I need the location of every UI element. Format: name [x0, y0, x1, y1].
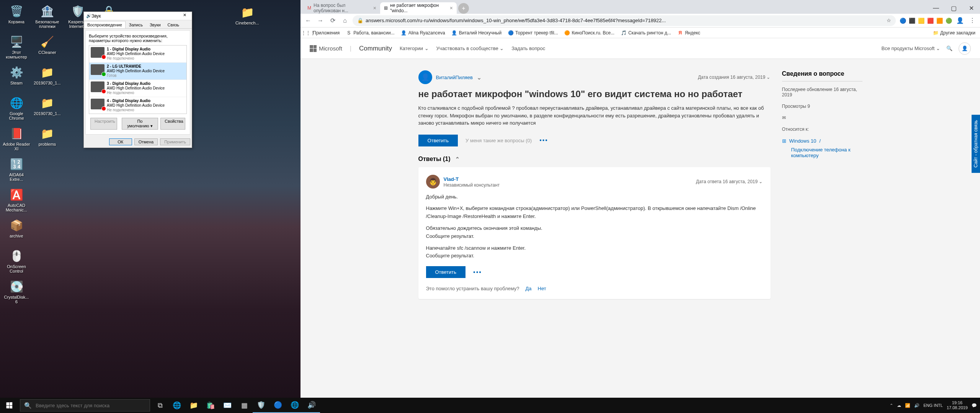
reply-button[interactable]: Ответить: [418, 135, 458, 146]
new-tab-button[interactable]: +: [458, 3, 469, 14]
bookmark-item[interactable]: 🔵Торрент трекер tfil...: [508, 30, 558, 36]
desktop-icon-this-pc[interactable]: 🖥️Этот компьютер: [2, 33, 31, 62]
ext-icon[interactable]: ⬛: [908, 17, 916, 24]
ok-button[interactable]: ОК: [109, 138, 132, 145]
taskbar-app[interactable]: ▦: [236, 398, 253, 413]
desktop-icon-onscreen[interactable]: 🖱️OnScreen Control: [2, 247, 31, 276]
close-tab-icon[interactable]: ×: [373, 5, 376, 11]
other-bookmarks[interactable]: 📁Другие закладки: [933, 30, 975, 36]
desktop-icon-chrome[interactable]: 🌐Google Chrome: [2, 94, 31, 124]
taskbar-kaspersky[interactable]: 🛡️: [253, 398, 270, 413]
sidebar-link-phone[interactable]: Подключение телефона к компьютеру: [782, 147, 862, 158]
desktop-icon-cinebench[interactable]: 📁Cinebench...: [233, 4, 262, 33]
default-button[interactable]: По умолчанию ▾: [122, 118, 158, 130]
device-item[interactable]: 2 - LG ULTRAWIDEAMD High Definition Audi…: [89, 63, 186, 80]
close-window-button[interactable]: ✕: [962, 2, 980, 14]
products-dropdown[interactable]: Все продукты Microsoft ⌄: [882, 46, 940, 51]
bookmark-item[interactable]: SРабота, вакансии...: [346, 30, 394, 36]
minimize-button[interactable]: —: [927, 2, 945, 14]
close-button[interactable]: ✕: [180, 13, 189, 20]
address-bar[interactable]: 🔒 answers.microsoft.com/ru-ru/windows/fo…: [353, 15, 896, 26]
sidebar-link-win10[interactable]: ⊞Windows 10 /: [782, 138, 862, 144]
desktop-icon-safe-payments[interactable]: 🏦Безопасные платежи: [33, 3, 62, 32]
apply-button[interactable]: Применить: [160, 138, 190, 145]
desktop-icon-folder-1[interactable]: 📁20190730_1...: [33, 64, 62, 93]
feedback-tab[interactable]: Сайт - обратная связь: [972, 115, 980, 173]
answer-more-actions[interactable]: •••: [473, 269, 482, 276]
tray-notifications-icon[interactable]: 💬: [972, 403, 977, 408]
browser-tab-gmail[interactable]: MНа вопрос был опубликован н...×: [304, 2, 380, 14]
close-tab-icon[interactable]: ×: [450, 5, 453, 11]
nav-ask[interactable]: Задать вопрос: [511, 46, 545, 51]
desktop-icon-ccleaner[interactable]: 🧹CCleaner: [33, 33, 62, 62]
browser-tab-ms[interactable]: ⊞не работает микрофон "windo...×: [380, 2, 457, 14]
taskbar-chrome[interactable]: 🌐: [286, 398, 303, 413]
sidebar-mail[interactable]: ✉: [782, 115, 862, 120]
tab-sounds[interactable]: Звуки: [146, 21, 164, 28]
tray-clock[interactable]: 19:1617.08.2019: [947, 400, 968, 410]
search-icon[interactable]: 🔍: [946, 46, 952, 51]
reload-button[interactable]: ⟳: [328, 16, 337, 25]
bookmark-item[interactable]: ЯЯндекс: [677, 30, 700, 36]
tab-playback[interactable]: Воспроизведение: [84, 21, 126, 28]
collapse-icon[interactable]: ⌃: [455, 156, 460, 162]
desktop-icon-autocad[interactable]: 🅰️AutoCAD Mechanic...: [2, 186, 31, 215]
start-button[interactable]: [0, 398, 18, 413]
more-actions[interactable]: •••: [539, 137, 548, 144]
desktop-icon-aida64[interactable]: 🔢AIDA64 Extre...: [2, 156, 31, 185]
tray-volume-icon[interactable]: 🔊: [914, 403, 920, 408]
tray-onedrive-icon[interactable]: ☁: [897, 403, 901, 408]
profile-icon[interactable]: 👤: [956, 16, 965, 25]
desktop-icon-archive[interactable]: 📦archive: [2, 217, 31, 246]
ext-icon[interactable]: 🟥: [926, 17, 934, 24]
answer-author[interactable]: Vlad-T: [444, 176, 459, 182]
forward-button[interactable]: →: [316, 16, 325, 25]
microsoft-logo[interactable]: Microsoft: [310, 45, 342, 52]
search-input[interactable]: [36, 403, 146, 408]
helpful-yes[interactable]: Да: [526, 286, 532, 291]
bookmark-item[interactable]: 🟠КиноПоиск.ru. Все...: [564, 30, 615, 36]
device-item[interactable]: 4 - Digital Display AudioAMD High Defini…: [89, 97, 186, 114]
task-view-button[interactable]: ⧉: [152, 398, 168, 413]
taskbar-sound[interactable]: 🔊: [303, 398, 320, 413]
taskbar-explorer[interactable]: 📁: [185, 398, 202, 413]
helpful-no[interactable]: Нет: [538, 286, 546, 291]
dialog-titlebar[interactable]: 🔊 Звук ✕: [84, 12, 192, 20]
desktop-icon-folder-2[interactable]: 📁20190730_1...: [33, 94, 62, 124]
same-question-link[interactable]: У меня такие же вопросы (0): [466, 138, 532, 143]
device-item[interactable]: 3 - Digital Display AudioAMD High Defini…: [89, 80, 186, 97]
bookmark-item[interactable]: 🎵Скачать рингтон д...: [621, 30, 671, 36]
community-link[interactable]: Community: [359, 45, 392, 52]
cancel-button[interactable]: Отмена: [134, 138, 158, 145]
tray-chevron[interactable]: ⌃: [890, 403, 893, 408]
bookmark-apps[interactable]: ⋮⋮⋮Приложения: [305, 30, 340, 36]
ext-icon[interactable]: 🟧: [936, 17, 943, 24]
desktop-icon-problems[interactable]: 📁problems: [33, 125, 62, 154]
nav-participate[interactable]: Участвовать в сообществе ⌄: [436, 46, 504, 51]
device-list[interactable]: 1 - Digital Display AudioAMD High Defini…: [89, 45, 187, 114]
user-avatar[interactable]: 👤: [959, 42, 971, 55]
home-button[interactable]: ⌂: [340, 16, 350, 25]
desktop-icon-adobe-reader[interactable]: 📕Adobe Reader XI: [2, 125, 31, 154]
bookmark-item[interactable]: 👤Alina Ryazanceva: [401, 30, 445, 36]
star-icon[interactable]: ☆: [887, 18, 891, 23]
device-item[interactable]: 1 - Digital Display AudioAMD High Defini…: [89, 46, 186, 63]
configure-button[interactable]: Настроить: [90, 118, 117, 130]
taskbar-mail[interactable]: ✉️: [219, 398, 236, 413]
desktop-icon-steam[interactable]: ⚙️Steam: [2, 64, 31, 93]
answer-avatar[interactable]: 👨: [426, 175, 440, 189]
properties-button[interactable]: Свойства: [160, 118, 185, 130]
back-button[interactable]: ←: [304, 16, 313, 25]
ext-icon[interactable]: 🟨: [917, 17, 925, 24]
answer-reply-button[interactable]: Ответить: [426, 266, 466, 278]
tab-communications[interactable]: Связь: [164, 21, 183, 28]
bookmark-item[interactable]: 👤Виталий Нескучный: [451, 30, 501, 36]
tray-network-icon[interactable]: 📶: [905, 403, 910, 408]
taskbar-store[interactable]: 🛍️: [202, 398, 219, 413]
tab-recording[interactable]: Запись: [126, 21, 146, 28]
taskbar-edge[interactable]: 🌐: [168, 398, 185, 413]
nav-categories[interactable]: Категории ⌄: [400, 46, 429, 51]
ext-icon[interactable]: 🔵: [899, 17, 906, 24]
menu-button[interactable]: ⋮: [968, 16, 977, 25]
desktop-icon-crystaldisk[interactable]: 💽CrystalDisk... 6: [2, 278, 31, 307]
